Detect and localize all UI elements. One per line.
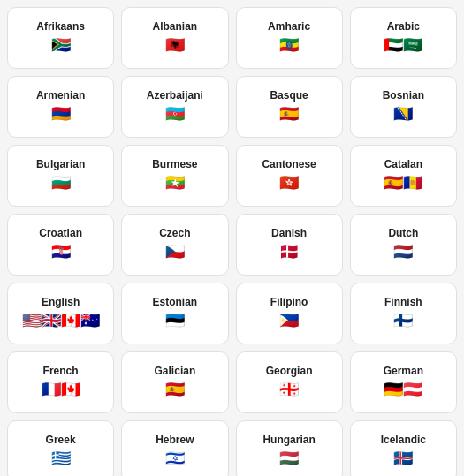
lang-name: Cantonese <box>262 158 316 170</box>
lang-name: Croatian <box>39 227 82 239</box>
lang-flags: 🇺🇸🇬🇧🇨🇦🇦🇺 <box>22 312 100 331</box>
lang-flags: 🇪🇸🇦🇩 <box>384 174 422 193</box>
lang-card-icelandic[interactable]: Icelandic🇮🇸 <box>350 420 457 476</box>
lang-name: Finnish <box>384 296 422 308</box>
lang-card-finnish[interactable]: Finnish🇫🇮 <box>350 283 457 344</box>
lang-flags: 🇪🇸 <box>279 105 299 125</box>
lang-name: Galician <box>155 365 196 377</box>
lang-name: Hungarian <box>262 434 315 446</box>
lang-card-dutch[interactable]: Dutch🇳🇱 <box>350 214 457 276</box>
lang-name: Czech <box>159 227 190 239</box>
lang-card-filipino[interactable]: Filipino🇵🇭 <box>236 283 343 344</box>
lang-card-azerbaijani[interactable]: Azerbaijani🇦🇿 <box>121 76 228 138</box>
lang-name: Afrikaans <box>36 20 85 33</box>
lang-card-danish[interactable]: Danish🇩🇰 <box>236 214 343 276</box>
lang-name: German <box>384 365 423 377</box>
lang-flags: 🇦🇪🇸🇦 <box>384 36 422 56</box>
lang-flags: 🇲🇲 <box>165 174 185 193</box>
lang-card-hebrew[interactable]: Hebrew🇮🇱 <box>121 420 228 476</box>
lang-card-galician[interactable]: Galician🇪🇸 <box>121 351 228 413</box>
language-grid: Afrikaans🇿🇦Albanian🇦🇱Amharic🇪🇹Arabic🇦🇪🇸🇦… <box>7 7 457 476</box>
lang-flags: 🇦🇱 <box>165 36 185 56</box>
lang-name: Estonian <box>153 296 198 308</box>
lang-card-armenian[interactable]: Armenian🇦🇲 <box>7 76 114 138</box>
lang-card-cantonese[interactable]: Cantonese🇭🇰 <box>236 145 343 207</box>
lang-name: Hebrew <box>156 434 194 446</box>
lang-name: Burmese <box>152 158 197 170</box>
lang-card-amharic[interactable]: Amharic🇪🇹 <box>236 7 343 69</box>
lang-name: French <box>43 365 79 377</box>
lang-flags: 🇬🇷 <box>51 450 71 469</box>
lang-card-english[interactable]: English🇺🇸🇬🇧🇨🇦🇦🇺 <box>7 283 114 344</box>
lang-card-arabic[interactable]: Arabic🇦🇪🇸🇦 <box>350 7 457 69</box>
lang-flags: 🇫🇷🇨🇦 <box>42 381 80 400</box>
lang-flags: 🇦🇿 <box>165 105 185 125</box>
lang-flags: 🇭🇺 <box>279 450 299 469</box>
lang-name: Filipino <box>270 296 308 308</box>
lang-card-bosnian[interactable]: Bosnian🇧🇦 <box>350 76 457 138</box>
lang-card-catalan[interactable]: Catalan🇪🇸🇦🇩 <box>350 145 457 207</box>
lang-name: Bosnian <box>383 89 424 102</box>
lang-flags: 🇪🇪 <box>165 312 185 331</box>
lang-name: Danish <box>271 227 307 239</box>
lang-name: Arabic <box>387 20 420 33</box>
lang-card-estonian[interactable]: Estonian🇪🇪 <box>121 283 228 344</box>
lang-name: Catalan <box>384 158 422 170</box>
lang-flags: 🇵🇭 <box>279 312 299 331</box>
lang-flags: 🇦🇲 <box>51 105 71 125</box>
lang-flags: 🇧🇦 <box>393 105 413 125</box>
lang-flags: 🇪🇸 <box>165 381 185 400</box>
lang-name: Albanian <box>153 20 198 33</box>
lang-card-albanian[interactable]: Albanian🇦🇱 <box>121 7 228 69</box>
lang-card-german[interactable]: German🇩🇪🇦🇹 <box>350 351 457 413</box>
lang-name: Icelandic <box>381 434 426 446</box>
lang-name: Amharic <box>268 20 310 33</box>
lang-name: Azerbaijani <box>147 89 203 102</box>
lang-flags: 🇿🇦 <box>51 36 71 56</box>
lang-card-hungarian[interactable]: Hungarian🇭🇺 <box>236 420 343 476</box>
lang-card-basque[interactable]: Basque🇪🇸 <box>236 76 343 138</box>
lang-flags: 🇳🇱 <box>393 243 413 262</box>
lang-flags: 🇭🇰 <box>279 174 299 193</box>
lang-flags: 🇫🇮 <box>393 312 413 331</box>
lang-flags: 🇮🇸 <box>393 450 413 469</box>
lang-flags: 🇧🇬 <box>51 174 71 193</box>
lang-card-greek[interactable]: Greek🇬🇷 <box>7 420 114 476</box>
lang-name: Greek <box>46 434 76 446</box>
lang-name: Dutch <box>388 227 418 239</box>
lang-name: Basque <box>270 89 308 102</box>
lang-card-afrikaans[interactable]: Afrikaans🇿🇦 <box>7 7 114 69</box>
lang-name: Georgian <box>266 365 313 377</box>
lang-card-burmese[interactable]: Burmese🇲🇲 <box>121 145 228 207</box>
lang-flags: 🇩🇪🇦🇹 <box>384 381 422 400</box>
lang-card-czech[interactable]: Czech🇨🇿 <box>121 214 228 276</box>
lang-card-bulgarian[interactable]: Bulgarian🇧🇬 <box>7 145 114 207</box>
lang-card-croatian[interactable]: Croatian🇭🇷 <box>7 214 114 276</box>
lang-card-french[interactable]: French🇫🇷🇨🇦 <box>7 351 114 413</box>
lang-flags: 🇩🇰 <box>279 243 299 262</box>
lang-flags: 🇮🇱 <box>165 450 185 469</box>
lang-flags: 🇨🇿 <box>165 243 185 262</box>
lang-name: English <box>42 296 80 308</box>
lang-name: Armenian <box>36 89 85 102</box>
lang-flags: 🇪🇹 <box>279 36 299 56</box>
lang-flags: 🇬🇪 <box>279 381 299 400</box>
lang-card-georgian[interactable]: Georgian🇬🇪 <box>236 351 343 413</box>
lang-flags: 🇭🇷 <box>51 243 71 262</box>
lang-name: Bulgarian <box>36 158 85 170</box>
